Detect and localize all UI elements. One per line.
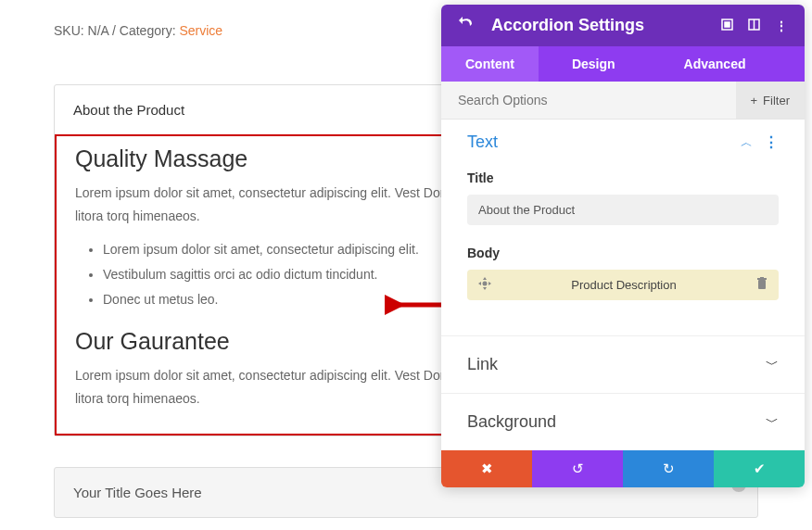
tab-content[interactable]: Content	[441, 46, 539, 82]
link-section-title: Link	[467, 355, 766, 374]
category-label: Category:	[120, 23, 180, 38]
undo-icon: ↺	[572, 461, 584, 477]
text-section: Text ︿ ⋮ Title Body Product Description	[441, 120, 805, 335]
link-section[interactable]: Link ﹀	[441, 335, 805, 393]
title-field-label: Title	[467, 170, 779, 185]
sku-sep: /	[108, 23, 120, 38]
search-input[interactable]	[441, 82, 736, 119]
svg-rect-7	[757, 278, 767, 280]
plus-icon: +	[751, 94, 758, 107]
background-section-title: Background	[467, 412, 766, 432]
panel-tabs: Content Design Advanced	[441, 46, 805, 82]
tab-advanced[interactable]: Advanced	[660, 46, 770, 82]
body-block-label: Product Description	[491, 278, 756, 292]
svg-rect-8	[760, 277, 764, 278]
tab-design[interactable]: Design	[548, 46, 640, 82]
check-icon: ✔	[754, 461, 766, 477]
panel-footer: ✖ ↺ ↻ ✔	[441, 450, 805, 487]
category-link-service[interactable]: Service	[179, 23, 222, 38]
undo-button[interactable]: ↺	[532, 450, 623, 487]
kebab-menu-icon[interactable]: ⋮	[775, 19, 788, 33]
chevron-down-icon: ﹀	[766, 357, 779, 373]
back-icon[interactable]	[458, 16, 475, 35]
section-kebab-icon[interactable]: ⋮	[764, 133, 779, 151]
body-dynamic-block[interactable]: Product Description	[467, 270, 779, 300]
text-section-title: Text	[467, 132, 741, 152]
svg-point-5	[483, 282, 488, 286]
panel-title: Accordion Settings	[491, 16, 706, 35]
sku-prefix: SKU:	[54, 23, 88, 38]
redo-button[interactable]: ↻	[623, 450, 714, 487]
sku-value: N/A	[88, 23, 109, 38]
filter-button[interactable]: + Filter	[736, 82, 805, 119]
accordion-settings-panel: Accordion Settings ⋮ Content Design Adva…	[441, 5, 805, 487]
chevron-up-icon[interactable]: ︿	[741, 134, 753, 151]
search-row: + Filter	[441, 82, 805, 120]
body-field-label: Body	[467, 246, 779, 260]
text-section-header[interactable]: Text ︿ ⋮	[467, 132, 779, 152]
svg-rect-2	[725, 22, 730, 27]
layout-icon[interactable]	[748, 19, 760, 33]
redo-icon: ↻	[663, 461, 675, 477]
cancel-button[interactable]: ✖	[441, 450, 532, 487]
panel-header[interactable]: Accordion Settings ⋮	[441, 5, 805, 46]
accordion-placeholder-title: Your Title Goes Here	[73, 485, 202, 500]
expand-icon[interactable]	[721, 19, 733, 33]
svg-rect-6	[758, 280, 766, 289]
title-input[interactable]	[467, 195, 779, 225]
close-icon: ✖	[481, 461, 493, 477]
dynamic-icon	[478, 277, 491, 293]
filter-label: Filter	[763, 94, 790, 107]
save-button[interactable]: ✔	[714, 450, 805, 487]
background-section[interactable]: Background ﹀	[441, 393, 805, 450]
chevron-down-icon: ﹀	[766, 414, 779, 431]
trash-icon[interactable]	[756, 277, 768, 293]
